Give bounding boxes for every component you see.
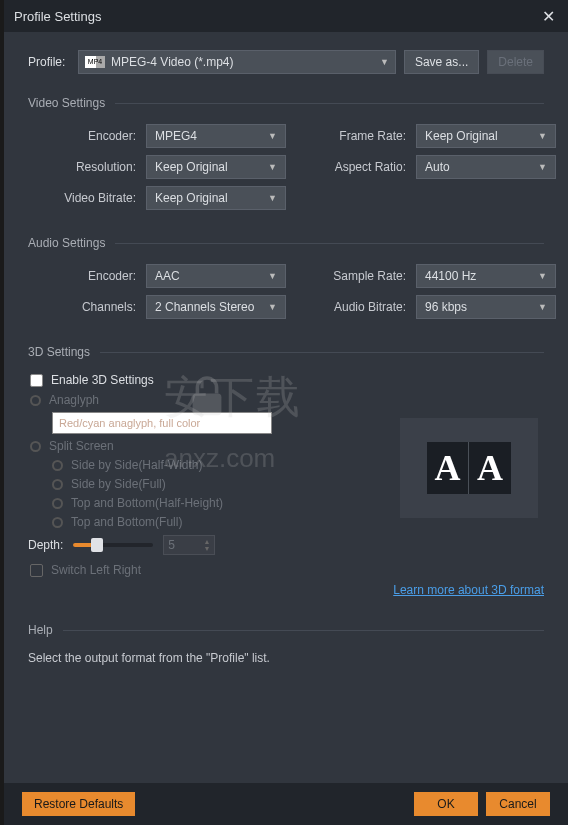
titlebar: Profile Settings ✕ <box>4 0 568 32</box>
channels-select[interactable]: 2 Channels Stereo▼ <box>146 295 286 319</box>
tab-full-radio <box>52 517 63 528</box>
chevron-down-icon: ▼ <box>538 271 547 281</box>
close-icon[interactable]: ✕ <box>538 6 558 26</box>
chevron-down-icon: ▼ <box>268 302 277 312</box>
anaglyph-type-input: Red/cyan anaglyph, full color <box>52 412 272 434</box>
resolution-label: Resolution: <box>28 160 136 174</box>
ok-button[interactable]: OK <box>414 792 478 816</box>
sbs-half-radio <box>52 460 63 471</box>
chevron-down-icon: ▼ <box>268 131 277 141</box>
learn-more-link[interactable]: Learn more about 3D format <box>28 583 544 597</box>
video-settings-heading: Video Settings <box>28 96 544 110</box>
cancel-button[interactable]: Cancel <box>486 792 550 816</box>
tab-half-radio <box>52 498 63 509</box>
chevron-down-icon: ▼ <box>268 193 277 203</box>
aspect-select[interactable]: Auto▼ <box>416 155 556 179</box>
audio-encoder-label: Encoder: <box>28 269 136 283</box>
chevron-down-icon: ▼ <box>380 57 389 67</box>
window-title: Profile Settings <box>14 9 101 24</box>
samplerate-label: Sample Rate: <box>296 269 406 283</box>
anaglyph-label: Anaglyph <box>49 393 99 407</box>
video-bitrate-label: Video Bitrate: <box>28 191 136 205</box>
sbs-full-radio <box>52 479 63 490</box>
switch-lr-label: Switch Left Right <box>51 563 141 577</box>
3d-settings-heading: 3D Settings <box>28 345 544 359</box>
aspect-label: Aspect Ratio: <box>296 160 406 174</box>
audio-bitrate-label: Audio Bitrate: <box>296 300 406 314</box>
chevron-down-icon: ▼ <box>538 162 547 172</box>
restore-defaults-button[interactable]: Restore Defaults <box>22 792 135 816</box>
chevron-down-icon: ▼ <box>268 271 277 281</box>
depth-label: Depth: <box>28 538 63 552</box>
help-heading: Help <box>28 623 544 637</box>
profile-value: MPEG-4 Video (*.mp4) <box>111 55 234 69</box>
splitscreen-label: Split Screen <box>49 439 114 453</box>
splitscreen-radio <box>30 441 41 452</box>
video-encoder-label: Encoder: <box>28 129 136 143</box>
switch-lr-checkbox <box>30 564 43 577</box>
enable-3d-label: Enable 3D Settings <box>51 373 154 387</box>
enable-3d-checkbox[interactable] <box>30 374 43 387</box>
chevron-down-icon: ▼ <box>538 131 547 141</box>
help-text: Select the output format from the "Profi… <box>28 651 544 665</box>
profile-select[interactable]: MP4 MPEG-4 Video (*.mp4) ▼ <box>78 50 396 74</box>
video-encoder-select[interactable]: MPEG4▼ <box>146 124 286 148</box>
video-bitrate-select[interactable]: Keep Original▼ <box>146 186 286 210</box>
chevron-down-icon: ▼ <box>538 302 547 312</box>
profile-label: Profile: <box>28 55 70 69</box>
audio-bitrate-select[interactable]: 96 kbps▼ <box>416 295 556 319</box>
footer: Restore Defaults OK Cancel <box>4 783 568 825</box>
channels-label: Channels: <box>28 300 136 314</box>
3d-preview: AA <box>400 418 538 518</box>
delete-button: Delete <box>487 50 544 74</box>
samplerate-select[interactable]: 44100 Hz▼ <box>416 264 556 288</box>
framerate-label: Frame Rate: <box>296 129 406 143</box>
save-as-button[interactable]: Save as... <box>404 50 479 74</box>
mp4-icon: MP4 <box>85 56 105 68</box>
depth-slider[interactable] <box>73 543 153 547</box>
resolution-select[interactable]: Keep Original▼ <box>146 155 286 179</box>
depth-spinner[interactable]: 5 ▲▼ <box>163 535 215 555</box>
anaglyph-radio <box>30 395 41 406</box>
framerate-select[interactable]: Keep Original▼ <box>416 124 556 148</box>
audio-encoder-select[interactable]: AAC▼ <box>146 264 286 288</box>
chevron-down-icon: ▼ <box>268 162 277 172</box>
audio-settings-heading: Audio Settings <box>28 236 544 250</box>
